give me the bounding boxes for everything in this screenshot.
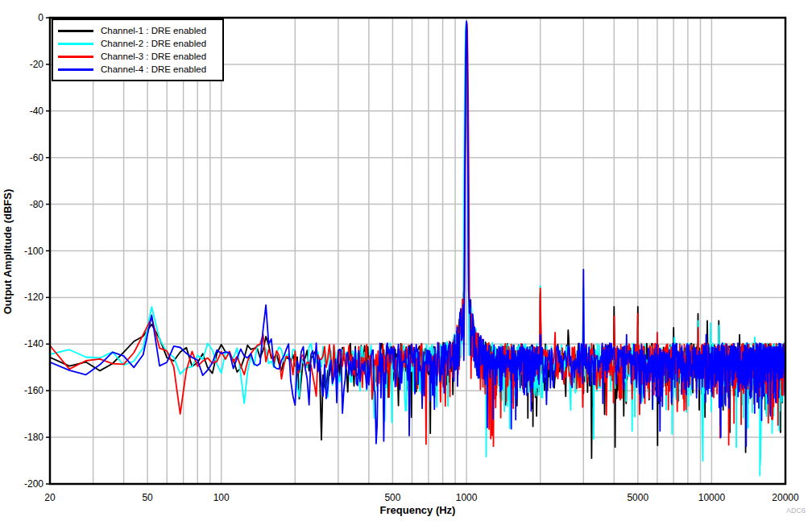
legend-item: Channel-3 : DRE enabled bbox=[58, 50, 219, 63]
legend-item: Channel-1 : DRE enabled bbox=[58, 24, 219, 37]
legend-item-label: Channel-2 : DRE enabled bbox=[101, 39, 206, 48]
y-tick-label: -20 bbox=[30, 59, 44, 70]
legend-item-label: Channel-1 : DRE enabled bbox=[101, 26, 206, 35]
x-tick-label: 5000 bbox=[627, 492, 648, 503]
x-tick-label: 20000 bbox=[772, 492, 799, 503]
y-tick-label: -200 bbox=[24, 478, 44, 490]
y-tick-label: -140 bbox=[24, 338, 44, 349]
y-tick-label: -120 bbox=[24, 291, 44, 303]
x-tick-label: 1000 bbox=[456, 492, 478, 503]
legend-item: Channel-4 : DRE enabled bbox=[58, 63, 219, 76]
x-tick-label: 500 bbox=[384, 492, 400, 503]
legend-item-label: Channel-3 : DRE enabled bbox=[101, 52, 206, 61]
legend-line-swatch bbox=[58, 43, 93, 45]
y-tick-label: -40 bbox=[30, 105, 44, 117]
legend-line-swatch bbox=[58, 68, 93, 71]
y-tick-label: -180 bbox=[24, 432, 44, 443]
y-tick-label: -60 bbox=[30, 152, 44, 163]
x-axis-title: Frequency (Hz) bbox=[50, 504, 785, 516]
x-tick-label: 10000 bbox=[698, 492, 726, 503]
chart-canvas: 0-20-40-60-80-100-120-140-160-180-200205… bbox=[0, 0, 812, 525]
x-tick-label: 20 bbox=[44, 492, 56, 503]
y-tick-label: -100 bbox=[24, 246, 44, 257]
legend-item: Channel-2 : DRE enabled bbox=[58, 37, 219, 50]
legend-line-swatch bbox=[58, 56, 93, 58]
y-tick-label: 0 bbox=[38, 12, 44, 23]
x-tick-label: 100 bbox=[213, 492, 230, 503]
y-tick-label: -80 bbox=[30, 199, 44, 210]
legend-line-swatch bbox=[58, 30, 93, 32]
watermark: ADC6 bbox=[786, 506, 806, 515]
legend: Channel-1 : DRE enabledChannel-2 : DRE e… bbox=[52, 19, 224, 81]
x-tick-label: 50 bbox=[142, 492, 153, 503]
y-axis-title: Output Amplitude (dBFS) bbox=[2, 139, 14, 365]
legend-item-label: Channel-4 : DRE enabled bbox=[101, 64, 206, 74]
y-tick-label: -160 bbox=[24, 385, 44, 396]
